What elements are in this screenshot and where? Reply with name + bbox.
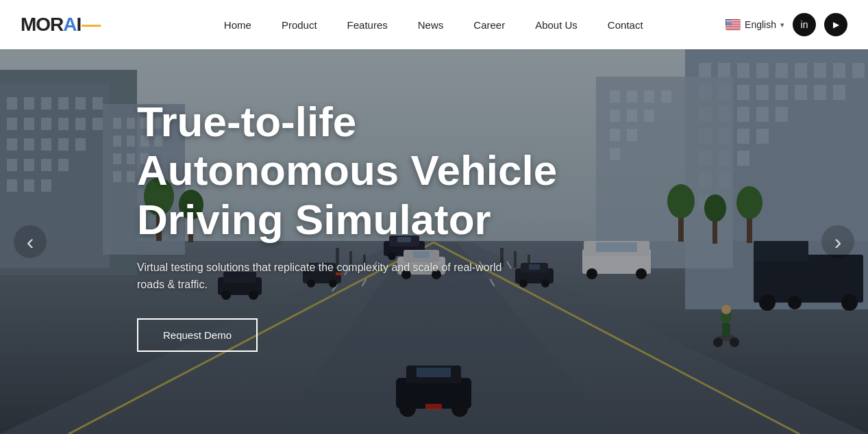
svg-point-34 (730, 23, 731, 23)
nav-item-features[interactable]: Features (332, 0, 403, 49)
svg-point-12 (730, 20, 731, 21)
svg-point-19 (726, 21, 727, 22)
svg-rect-6 (726, 29, 741, 29)
flag-icon (726, 19, 741, 30)
svg-point-21 (728, 21, 729, 22)
svg-point-10 (728, 20, 729, 21)
svg-point-13 (731, 20, 732, 21)
svg-point-30 (726, 23, 727, 23)
svg-point-24 (731, 21, 732, 22)
svg-point-9 (727, 20, 728, 21)
main-nav: Home Product Features News Career About … (141, 0, 726, 49)
chevron-left-icon: ‹ (27, 229, 34, 255)
logo-text-mor: MOR (21, 14, 63, 36)
hero-section: True-to-life Autonomous Vehicle Driving … (0, 49, 868, 434)
svg-point-33 (729, 23, 730, 23)
svg-point-18 (730, 21, 731, 21)
carousel-next-button[interactable]: › (821, 225, 854, 258)
svg-point-16 (728, 21, 729, 21)
svg-point-27 (728, 22, 729, 23)
carousel-prev-button[interactable]: ‹ (14, 225, 47, 258)
request-demo-button[interactable]: Request Demo (137, 318, 258, 352)
logo-text-a: A (63, 14, 76, 36)
linkedin-button[interactable]: in (793, 13, 816, 36)
language-label: English (745, 19, 776, 30)
nav-item-career[interactable]: Career (458, 0, 520, 49)
svg-rect-4 (726, 25, 741, 26)
nav-item-product[interactable]: Product (266, 0, 332, 49)
language-selector[interactable]: English ▾ (726, 19, 784, 30)
logo-text-i: I (77, 14, 82, 36)
svg-point-38 (728, 24, 729, 25)
svg-point-31 (727, 23, 728, 23)
chevron-right-icon: › (834, 229, 842, 255)
svg-point-35 (731, 23, 732, 23)
logo[interactable]: MORAI— (21, 14, 100, 36)
svg-point-22 (729, 21, 730, 22)
svg-point-37 (728, 24, 728, 25)
nav-item-contact[interactable]: Contact (593, 0, 658, 49)
hero-content: True-to-life Autonomous Vehicle Driving … (137, 97, 557, 352)
main-header: MORAI— Home Product Features News Career… (0, 0, 868, 49)
svg-point-8 (726, 20, 727, 21)
svg-point-40 (730, 24, 731, 25)
nav-item-about[interactable]: About Us (520, 0, 593, 49)
svg-point-36 (726, 24, 727, 25)
nav-item-home[interactable]: Home (209, 0, 266, 49)
chevron-down-icon: ▾ (780, 21, 784, 29)
svg-point-29 (730, 22, 731, 23)
logo-dash: — (82, 14, 100, 36)
svg-point-32 (728, 23, 729, 23)
hero-subtitle: Virtual testing solutions that replicate… (137, 259, 507, 294)
linkedin-icon: in (801, 19, 808, 30)
svg-point-26 (728, 22, 728, 23)
svg-point-15 (728, 21, 728, 21)
header-right: English ▾ in ▶ (726, 13, 847, 36)
svg-point-17 (730, 21, 730, 21)
hero-title-line1: True-to-life (137, 98, 356, 145)
svg-point-25 (726, 22, 727, 23)
svg-rect-5 (726, 27, 741, 27)
svg-point-11 (729, 20, 730, 21)
svg-point-20 (727, 21, 728, 22)
hero-title-line3: Driving Simulator (137, 196, 491, 243)
hero-title: True-to-life Autonomous Vehicle Driving … (137, 97, 557, 244)
svg-point-28 (730, 22, 730, 23)
youtube-button[interactable]: ▶ (824, 13, 847, 36)
nav-item-news[interactable]: News (403, 0, 459, 49)
youtube-icon: ▶ (833, 20, 839, 29)
svg-point-39 (730, 24, 730, 25)
svg-point-23 (730, 21, 731, 22)
hero-title-line2: Autonomous Vehicle (137, 146, 557, 194)
svg-point-14 (726, 21, 727, 21)
